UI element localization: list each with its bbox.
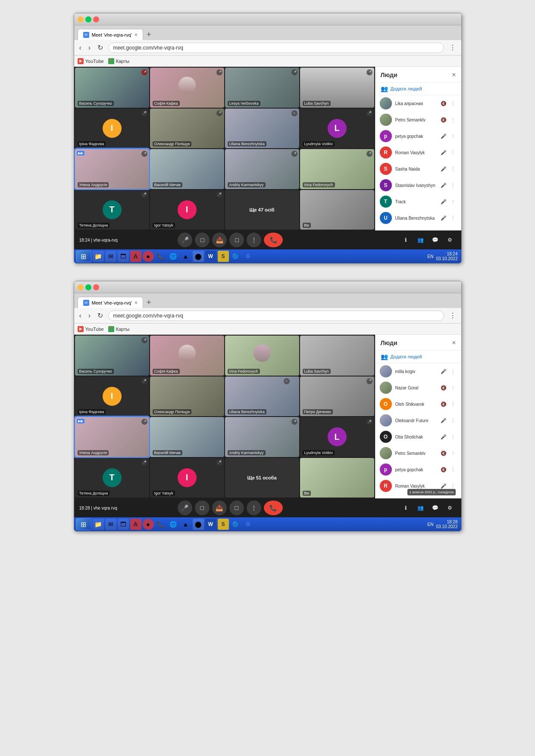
mute-button-petro-2[interactable]: 🔇 <box>440 449 447 457</box>
activities-button-2[interactable]: ⚙ 1 жовтня 2022 р., понеділок <box>444 502 456 514</box>
taskbar-chrome2-icon[interactable]: 🔵 <box>230 251 241 262</box>
camera-control-button[interactable]: □ <box>195 233 210 247</box>
more-button-oleh[interactable]: ⋮ <box>449 400 457 408</box>
taskbar-word-icon[interactable]: W <box>205 251 216 262</box>
bookmark-maps[interactable]: 📍 Карты <box>108 58 129 64</box>
maximize-button-2[interactable] <box>85 284 91 290</box>
taskbar-circle-icon[interactable]: ● <box>143 251 154 262</box>
forward-button-2[interactable]: › <box>87 311 92 320</box>
bookmark-youtube-2[interactable]: ▶ YouTube <box>78 326 104 332</box>
maximize-button[interactable] <box>85 16 91 22</box>
more-options-button[interactable]: ⋮ <box>247 233 261 247</box>
taskbar-g-icon[interactable]: G <box>243 251 254 262</box>
mic-control-button-2[interactable]: 🎤 <box>178 501 192 515</box>
start-button-2[interactable]: ⊞ <box>76 518 91 530</box>
taskbar-globe-icon-2[interactable]: 🌐 <box>168 519 179 530</box>
taskbar-chrome-icon-2[interactable]: ⬤ <box>193 519 204 530</box>
camera-control-button-2[interactable]: □ <box>195 501 210 515</box>
more-button-petya[interactable]: ⋮ <box>449 132 457 140</box>
mic-button-sasha[interactable]: 🎤 <box>440 165 447 173</box>
active-tab-2[interactable]: M Meet 'vhe-vqra-rvq' × <box>78 297 143 308</box>
refresh-button-2[interactable]: ↻ <box>96 311 105 320</box>
mic-button-roman-2[interactable]: 🎤 <box>440 482 447 490</box>
end-call-button[interactable]: 📞 <box>264 233 283 247</box>
info-button[interactable]: ℹ <box>400 234 412 246</box>
more-button-oleksandr[interactable]: ⋮ <box>449 417 457 424</box>
screen-share-button[interactable]: 📤 <box>212 233 227 247</box>
mic-button-milla[interactable]: 🎤 <box>440 367 447 375</box>
active-tab[interactable]: M Meet 'vhe-vqra-rvq' × <box>78 29 143 40</box>
settings-button[interactable]: ⋮ <box>447 43 458 53</box>
taskbar-pdf-icon-2[interactable]: A <box>130 519 141 530</box>
taskbar-window-icon[interactable]: 🗔 <box>118 251 129 262</box>
add-people-button-1[interactable]: 👥 Додати людей <box>375 83 461 95</box>
taskbar-word-icon-2[interactable]: W <box>205 519 216 530</box>
more-button-roman[interactable]: ⋮ <box>449 149 457 156</box>
more-button-nazar[interactable]: ⋮ <box>449 384 457 392</box>
more-button-sasha[interactable]: ⋮ <box>449 165 457 173</box>
chat-button-2[interactable]: 💬 <box>429 502 441 514</box>
more-button-petro[interactable]: ⋮ <box>449 116 457 124</box>
back-button[interactable]: ‹ <box>78 43 83 53</box>
mic-button-uliana[interactable]: 🎤 <box>440 214 447 222</box>
more-button-otia[interactable]: ⋮ <box>449 433 457 441</box>
more-button-petya-2[interactable]: ⋮ <box>449 466 457 473</box>
tab-close-icon-2[interactable]: × <box>135 300 138 306</box>
mute-button-lika[interactable]: 🔇 <box>440 100 447 107</box>
end-call-button-2[interactable]: 📞 <box>264 501 283 515</box>
taskbar-circle-icon-2[interactable]: ● <box>143 519 154 530</box>
more-button-roman-2[interactable]: ⋮ <box>449 482 457 490</box>
taskbar-g-icon-2[interactable]: G <box>243 519 254 530</box>
mic-button-roman[interactable]: 🎤 <box>440 149 447 156</box>
more-button-track[interactable]: ⋮ <box>449 198 457 205</box>
taskbar-phone-icon-2[interactable]: 📞 <box>155 519 166 530</box>
more-options-button-2[interactable]: ⋮ <box>247 501 261 515</box>
mic-button-track[interactable]: 🎤 <box>440 198 447 205</box>
bookmark-youtube[interactable]: ▶ YouTube <box>78 58 104 64</box>
refresh-button[interactable]: ↻ <box>96 43 105 53</box>
new-tab-button[interactable]: + <box>144 29 154 40</box>
mic-button-oleksandr[interactable]: 🎤 <box>440 417 447 424</box>
taskbar-folder-icon-2[interactable]: 📁 <box>93 519 104 530</box>
settings-button-2[interactable]: ⋮ <box>447 311 458 320</box>
info-button-2[interactable]: ℹ <box>400 502 412 514</box>
mute-button-petya-2[interactable]: 🔇 <box>440 466 447 473</box>
taskbar-pdf-icon[interactable]: A <box>130 251 141 262</box>
chat-button[interactable]: 💬 <box>429 234 441 246</box>
bookmark-maps-2[interactable]: 📍 Карты <box>108 326 129 332</box>
url-input-2[interactable] <box>108 311 444 321</box>
taskbar-arrow-icon-2[interactable]: ▲ <box>180 519 191 530</box>
tab-close-icon[interactable]: × <box>135 32 138 38</box>
activities-button[interactable]: ⚙ <box>444 234 456 246</box>
mute-button-oleh[interactable]: 🔇 <box>440 400 447 408</box>
panel-close-button-1[interactable]: × <box>452 71 456 79</box>
more-button-lika[interactable]: ⋮ <box>449 100 457 107</box>
more-button-uliana[interactable]: ⋮ <box>449 214 457 222</box>
mic-control-button[interactable]: 🎤 <box>178 233 192 247</box>
taskbar-folder-icon[interactable]: 📁 <box>93 251 104 262</box>
close-window-button-2[interactable] <box>93 284 99 290</box>
mute-button-nazar[interactable]: 🔇 <box>440 384 447 392</box>
new-tab-button-2[interactable]: + <box>144 297 154 308</box>
more-button-petro-2[interactable]: ⋮ <box>449 449 457 457</box>
panel-close-button-2[interactable]: × <box>452 339 456 347</box>
reactions-button[interactable]: □ <box>229 233 244 247</box>
url-input[interactable] <box>108 43 444 53</box>
taskbar-globe-icon[interactable]: 🌐 <box>168 251 179 262</box>
screen-share-button-2[interactable]: 📤 <box>212 501 227 515</box>
more-button-milla[interactable]: ⋮ <box>449 367 457 375</box>
people-button-2[interactable]: 👥 <box>414 502 426 514</box>
taskbar-mail-icon[interactable]: ✉ <box>105 251 116 262</box>
more-button-stasnislav[interactable]: ⋮ <box>449 181 457 189</box>
mic-button-otia[interactable]: 🎤 <box>440 433 447 441</box>
taskbar-arrow-icon[interactable]: ▲ <box>180 251 191 262</box>
reactions-button-2[interactable]: □ <box>229 501 244 515</box>
taskbar-chrome-icon[interactable]: ⬤ <box>193 251 204 262</box>
minimize-button-2[interactable] <box>78 284 84 290</box>
add-people-button-2[interactable]: 👥 Додати людей <box>375 351 461 363</box>
taskbar-window-icon-2[interactable]: 🗔 <box>118 519 129 530</box>
mic-button-stasnislav[interactable]: 🎤 <box>440 181 447 189</box>
mic-button-petya[interactable]: 🎤 <box>440 132 447 140</box>
taskbar-s-icon-2[interactable]: S <box>218 519 229 530</box>
minimize-button[interactable] <box>78 16 84 22</box>
